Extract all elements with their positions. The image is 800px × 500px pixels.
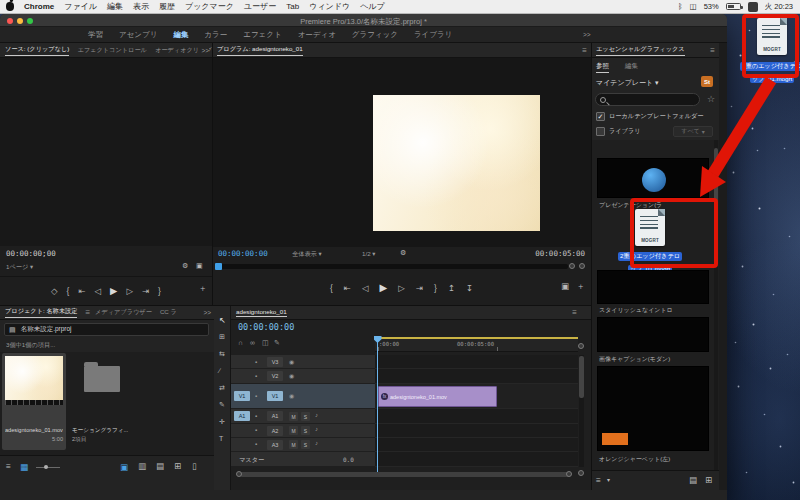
template-thumb-presentation[interactable] [597, 158, 709, 198]
automate-to-sequence-icon[interactable]: ▣ [120, 462, 128, 472]
go-to-out-icon[interactable]: ⇥ [416, 284, 423, 293]
source-timecode[interactable]: 00:00:00;00 [6, 249, 56, 258]
track-v3-content[interactable] [375, 355, 578, 369]
pen-tool-icon[interactable]: ✎ [219, 401, 225, 408]
mark-in-icon[interactable]: { [67, 287, 70, 296]
mute-button[interactable]: M [289, 440, 298, 449]
sort-menu-icon[interactable]: ≡ [596, 476, 601, 485]
track-v3-badge[interactable]: V3 [267, 357, 283, 367]
project-tabs-overflow[interactable]: >> [201, 309, 211, 316]
ripple-edit-tool-icon[interactable]: ⇆ [219, 350, 225, 357]
scrubber-zoom-knob-left[interactable] [569, 263, 575, 269]
selection-tool-icon[interactable]: ↖ [219, 316, 226, 325]
step-back-icon[interactable]: ◁ [95, 287, 102, 296]
graphics-panel-menu-icon[interactable]: ≡ [710, 46, 715, 55]
lock-icon[interactable]: ▪ [255, 413, 257, 419]
track-output-eye-icon[interactable]: ◉ [289, 392, 294, 399]
voiceover-mic-icon[interactable]: ♪ [315, 440, 318, 446]
slip-tool-icon[interactable]: ⇄ [219, 384, 225, 391]
solo-button[interactable]: S [301, 426, 310, 435]
template-list-scrollbar-thumb[interactable] [714, 148, 718, 258]
adobe-stock-badge[interactable]: St [701, 76, 713, 87]
export-frame-icon[interactable]: ▣ [561, 282, 569, 291]
lock-icon[interactable]: ▪ [255, 359, 257, 365]
linked-selection-icon[interactable]: ∞ [250, 339, 255, 346]
timeline-hzoom-knob-right[interactable] [566, 471, 572, 477]
tab-effect-controls[interactable]: エフェクトコントロール [77, 46, 147, 55]
track-v2-badge[interactable]: V2 [267, 371, 283, 381]
track-output-eye-icon[interactable]: ◉ [289, 372, 294, 379]
timeline-settings-icon[interactable]: ✎ [274, 339, 280, 347]
menu-window[interactable]: ウィンドウ [309, 1, 350, 12]
graphics-panel-title[interactable]: エッセンシャルグラフィックス [596, 45, 685, 56]
track-a1-content[interactable] [375, 409, 578, 424]
source-export-frame-icon[interactable]: ▣ [196, 262, 203, 269]
button-editor-plus-icon[interactable]: ＋ [577, 282, 586, 291]
tab-cc-libraries[interactable]: CC ラ [160, 308, 177, 317]
workspace-tab-libraries[interactable]: ライブラリ [414, 30, 452, 40]
chevron-down-icon[interactable]: ▾ [607, 477, 610, 483]
track-a2-badge[interactable]: A2 [267, 426, 283, 436]
source-page-dropdown[interactable]: 1ページ ▾ [6, 263, 33, 272]
tab-browse[interactable]: 参照 [596, 62, 609, 73]
type-tool-icon[interactable]: T [219, 435, 223, 442]
timeline-hzoom-knob-left[interactable] [236, 471, 242, 477]
template-search-input[interactable] [595, 93, 700, 106]
menu-history[interactable]: 履歴 [159, 1, 175, 12]
snap-icon[interactable]: ∩ [238, 339, 243, 346]
go-to-in-icon[interactable]: ⇤ [344, 284, 351, 293]
solo-button[interactable]: S [301, 440, 310, 449]
track-v1-badge[interactable]: V1 [267, 391, 283, 401]
panel-divider[interactable] [591, 43, 592, 490]
list-view-icon[interactable]: ≡ [6, 462, 11, 471]
project-bin-name[interactable]: モーショングラフィ... [72, 427, 130, 435]
track-a3-content[interactable] [375, 438, 578, 452]
menubar-clock[interactable]: 火 20:23 [765, 2, 793, 12]
lift-icon[interactable]: ↥ [448, 284, 455, 293]
mute-button[interactable]: M [289, 426, 298, 435]
menubar-app-name[interactable]: Chrome [24, 2, 54, 11]
project-panel-menu-icon[interactable]: ≡ [85, 308, 90, 317]
timeline-hscrollbar[interactable] [240, 472, 570, 477]
voiceover-mic-icon[interactable]: ♪ [315, 412, 318, 418]
workspace-overflow-chevron[interactable]: >> [583, 31, 591, 38]
new-item-icon[interactable]: ⊞ [174, 462, 181, 471]
master-level-value[interactable]: 0.0 [343, 456, 354, 463]
program-timecode[interactable]: 00:00:00:00 [218, 249, 268, 258]
project-clip-thumbnail[interactable] [5, 356, 63, 400]
source-settings-icon[interactable]: ⚙ [182, 262, 188, 269]
menu-users[interactable]: ユーザー [244, 1, 276, 12]
workspace-tab-graphics[interactable]: グラフィック [352, 30, 398, 40]
source-patch-v1-badge[interactable]: V1 [234, 391, 250, 401]
lock-icon[interactable]: ▪ [255, 427, 257, 433]
play-icon[interactable]: ▶ [110, 286, 117, 296]
lock-icon[interactable]: ▪ [255, 373, 257, 379]
menu-edit[interactable]: 編集 [107, 1, 123, 12]
folder-icon[interactable] [84, 366, 120, 392]
panel-divider[interactable] [0, 305, 591, 306]
lock-icon[interactable]: ▪ [255, 393, 257, 399]
mark-out-icon[interactable]: } [434, 284, 437, 293]
source-tabs-overflow[interactable]: >> [199, 47, 209, 54]
add-marker-icon[interactable]: ◇ [51, 287, 58, 296]
menu-help[interactable]: ヘルプ [360, 1, 385, 12]
workspace-tab-color[interactable]: カラー [204, 30, 227, 40]
go-to-in-icon[interactable]: ⇤ [78, 287, 85, 296]
menu-file[interactable]: ファイル [64, 1, 97, 12]
libraries-scope-dropdown[interactable]: すべて▾ [673, 126, 713, 137]
template-thumb-stylish-intro[interactable] [597, 270, 709, 304]
mute-button[interactable]: M [289, 412, 298, 421]
solo-button[interactable]: S [301, 412, 310, 421]
step-back-icon[interactable]: ◁ [362, 284, 369, 293]
bin-icon[interactable]: ▤ [689, 476, 697, 485]
program-playhead-handle[interactable] [215, 263, 222, 270]
desktop-mogrt-file[interactable]: MOGRT 2重のエッジ付きテロ ップ_01.mogrt [742, 16, 800, 78]
program-scrubber[interactable] [216, 264, 568, 269]
zoom-slider-track[interactable] [36, 467, 60, 468]
mark-in-icon[interactable]: { [330, 284, 333, 293]
panel-divider[interactable] [212, 43, 213, 305]
workspace-tab-effects[interactable]: エフェクト [243, 30, 281, 40]
program-panel-title[interactable]: プログラム: adesigntoneko_01 [217, 45, 303, 56]
timeline-clip[interactable]: fx adesigntoneko_01.mov [378, 386, 497, 407]
trash-icon[interactable]: ▯ [192, 462, 197, 471]
